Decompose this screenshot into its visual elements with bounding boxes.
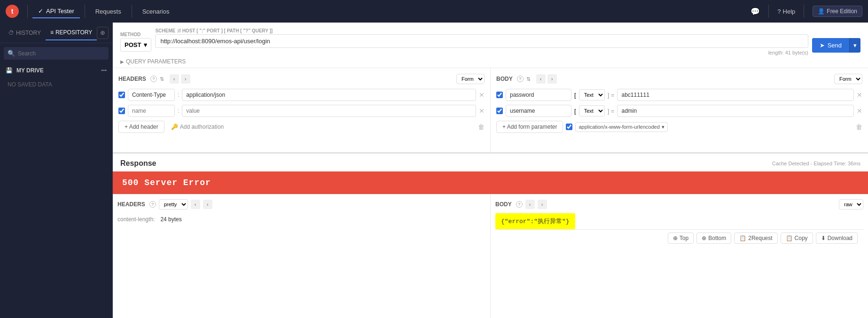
url-input[interactable] <box>160 38 803 45</box>
body-1-value[interactable] <box>617 89 854 101</box>
copy-button[interactable]: 📋 Copy <box>781 233 813 244</box>
headers-body-section: HEADERS ? ⇅ ‹ › Form <box>113 68 868 152</box>
copy-icon: 📋 <box>786 235 793 241</box>
body-1-remove-button[interactable]: ✕ <box>857 91 862 99</box>
response-headers-next-button[interactable]: › <box>203 200 212 209</box>
headers-format-select[interactable]: Form <box>456 74 485 84</box>
body-help-icon: ? <box>517 76 524 82</box>
body-title: BODY <box>496 76 513 82</box>
to-request-icon: 📋 <box>739 235 746 241</box>
sidebar-tab-history[interactable]: ⏱ HISTORY <box>4 26 46 40</box>
send-arrow-icon: ▾ <box>853 42 857 49</box>
headers-nav: ‹ › <box>170 74 190 84</box>
content-length-label: content-length: <box>117 216 155 223</box>
body-2-checkbox[interactable] <box>496 108 503 114</box>
header-row-2: : ✕ <box>118 105 485 117</box>
response-body-format-select[interactable]: raw <box>839 199 863 209</box>
send-icon: ➤ <box>820 42 825 49</box>
sidebar-tab-repository[interactable]: ≡ REPOSITORY <box>46 25 97 40</box>
body-delete-icon[interactable]: 🗑 <box>856 123 862 131</box>
headers-panel-header: HEADERS ? ⇅ ‹ › Form <box>118 74 485 84</box>
add-header-button[interactable]: + Add header <box>118 121 164 133</box>
body-row-1: [ Text ] = ✕ <box>496 89 862 101</box>
header-2-checkbox[interactable] <box>118 108 125 114</box>
header-1-value[interactable] <box>182 89 476 101</box>
form-type-chevron-icon[interactable]: ▾ <box>662 124 665 130</box>
send-button-group: ➤ Send ▾ <box>812 38 860 53</box>
search-box[interactable]: 🔍 <box>4 47 109 60</box>
header-1-checkbox[interactable] <box>118 92 125 98</box>
body-2-type-select[interactable]: Text <box>579 105 605 116</box>
nav-item-scenarios[interactable]: Scenarios <box>137 5 175 18</box>
response-body-next-button[interactable]: › <box>538 200 547 209</box>
auth-icon: 🔑 <box>171 124 178 130</box>
body-format-select[interactable]: Form <box>834 74 862 84</box>
free-edition-badge[interactable]: 👤 Free Edition <box>813 6 862 17</box>
header-2-key[interactable] <box>128 105 175 117</box>
app-logo[interactable]: t <box>6 5 19 18</box>
chat-icon[interactable]: 💬 <box>751 7 760 16</box>
response-action-bar: ⊕ Top ⊕ Bottom 📋 2Request 📋 <box>495 229 863 247</box>
my-drive-section[interactable]: 💾 MY DRIVE ⋯ <box>0 63 112 78</box>
method-dropdown[interactable]: POST ▾ <box>120 38 151 52</box>
header-1-key[interactable] <box>128 89 175 101</box>
body-panel: BODY ? ⇅ ‹ › Form <box>490 68 868 152</box>
headers-sort-icon[interactable]: ⇅ <box>160 76 164 82</box>
history-icon: ⏱ <box>8 30 14 36</box>
drive-menu-icon[interactable]: ⋯ <box>101 67 107 74</box>
body-1-key[interactable] <box>506 89 571 101</box>
body-prev-button[interactable]: ‹ <box>536 74 546 84</box>
url-label: SCHEME :// HOST [ ":" PORT ] [ PATH [ "?… <box>155 28 808 33</box>
download-icon: ⬇ <box>821 235 826 241</box>
nav-right: 💬 ? Help 👤 Free Edition <box>751 5 862 18</box>
nav-divider-1 <box>27 5 28 18</box>
user-icon: 👤 <box>818 8 825 15</box>
header-2-value[interactable] <box>182 105 476 117</box>
response-body-title: BODY <box>495 201 512 208</box>
headers-prev-button[interactable]: ‹ <box>170 74 179 84</box>
body-1-checkbox[interactable] <box>496 92 503 98</box>
nav-item-api-tester[interactable]: ✓ API Tester <box>32 5 80 18</box>
query-params-toggle[interactable]: ▶ QUERY PARAMETERS <box>113 55 868 68</box>
method-section: METHOD POST ▾ <box>120 32 151 52</box>
body-actions-row: + Add form parameter application/x-www-f… <box>496 121 862 133</box>
response-headers-title: HEADERS <box>117 201 145 208</box>
send-button[interactable]: ➤ Send <box>812 38 849 53</box>
header-2-remove-button[interactable]: ✕ <box>479 107 485 115</box>
headers-next-button[interactable]: › <box>181 74 190 84</box>
response-body-prev-button[interactable]: ‹ <box>525 200 535 209</box>
top-button[interactable]: ⊕ Top <box>668 233 694 244</box>
request-area: METHOD POST ▾ SCHEME :// HOST [ ":" PORT… <box>113 23 868 154</box>
new-request-button[interactable]: ⊕ <box>97 27 109 39</box>
header-1-remove-button[interactable]: ✕ <box>479 91 485 99</box>
response-body-panel-header: BODY ? ‹ › raw <box>495 199 863 209</box>
nav-divider-5 <box>804 5 804 18</box>
headers-delete-icon[interactable]: 🗑 <box>478 123 485 131</box>
response-body-content: {"error":"执行异常"} <box>495 213 863 229</box>
body-1-type-select[interactable]: Text <box>579 89 605 101</box>
response-headers-prev-button[interactable]: ‹ <box>191 200 200 209</box>
top-nav: t ✓ API Tester Requests Scenarios 💬 ? He… <box>0 0 868 23</box>
query-params-arrow-icon: ▶ <box>120 59 124 64</box>
add-auth-button[interactable]: 🔑 Add authorization <box>167 121 227 132</box>
add-form-param-button[interactable]: + Add form parameter <box>496 121 563 133</box>
response-headers-format-select[interactable]: pretty <box>159 199 188 209</box>
help-button[interactable]: ? Help <box>777 8 795 15</box>
body-panel-header: BODY ? ⇅ ‹ › Form <box>496 74 862 84</box>
to-request-button[interactable]: 📋 2Request <box>734 233 777 244</box>
body-next-button[interactable]: › <box>547 74 557 84</box>
body-2-key[interactable] <box>506 105 571 117</box>
search-input[interactable] <box>18 50 105 57</box>
bottom-button[interactable]: ⊕ Bottom <box>696 233 731 244</box>
response-headers-panel: HEADERS ? pretty ‹ › content-length: 24 … <box>113 194 490 318</box>
body-sort-icon[interactable]: ⇅ <box>526 76 531 82</box>
body-2-value[interactable] <box>617 105 854 117</box>
download-button[interactable]: ⬇ Download <box>816 233 858 244</box>
response-area: Response Cache Detected - Elapsed Time: … <box>113 154 868 318</box>
nav-item-requests[interactable]: Requests <box>90 5 127 18</box>
bottom-icon: ⊕ <box>702 235 706 241</box>
body-2-remove-button[interactable]: ✕ <box>857 107 862 115</box>
new-request-icon: ⊕ <box>100 29 105 36</box>
form-type-checkbox[interactable] <box>566 124 572 130</box>
send-dropdown-button[interactable]: ▾ <box>849 38 860 53</box>
